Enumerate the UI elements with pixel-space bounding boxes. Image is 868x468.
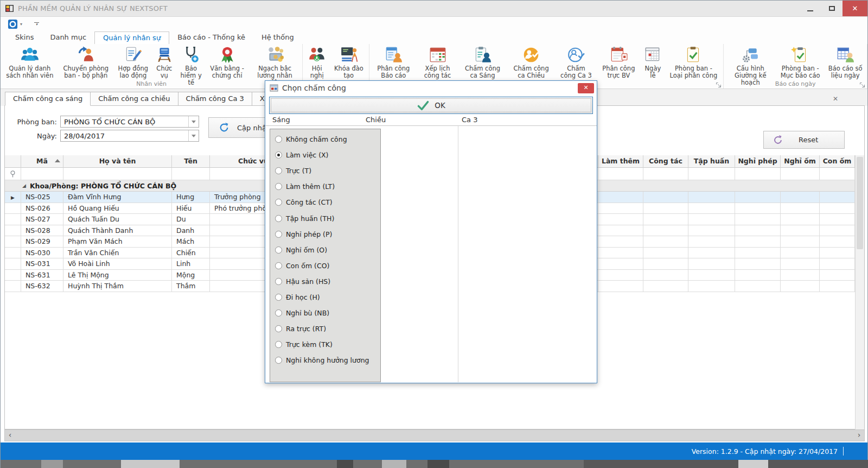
radio-option[interactable]: Công tác (CT): [275, 194, 380, 210]
table-cell[interactable]: NS-027: [21, 214, 63, 225]
ribbon-tab-5[interactable]: Hệ thống: [253, 31, 302, 44]
table-cell[interactable]: [735, 270, 781, 281]
radio-icon[interactable]: [275, 262, 282, 269]
grid-column-header[interactable]: Họ và tên: [63, 155, 172, 168]
table-cell[interactable]: [781, 270, 820, 281]
filter-cell[interactable]: [820, 168, 855, 180]
ribbon-button[interactable]: Báo cáo số liệu ngày: [825, 45, 866, 79]
radio-icon[interactable]: [275, 151, 282, 159]
radio-option[interactable]: Đi học (H): [275, 289, 380, 305]
table-cell[interactable]: [688, 192, 735, 203]
filter-row-pin-icon[interactable]: [5, 168, 21, 180]
table-cell[interactable]: Linh: [172, 258, 210, 270]
table-cell[interactable]: [643, 270, 688, 281]
table-cell[interactable]: Lê Thị Mộng: [63, 270, 172, 281]
table-cell[interactable]: [781, 192, 820, 203]
grid-column-header[interactable]: Tập huấn: [688, 155, 735, 168]
group-dialog-launcher-icon[interactable]: [859, 81, 865, 87]
radio-option[interactable]: Nghỉ ốm (O): [275, 242, 380, 258]
table-cell[interactable]: NS-029: [21, 236, 63, 248]
radio-option[interactable]: Ra trực (RT): [275, 321, 380, 337]
ribbon-button[interactable]: Phòng ban - Loại phân công: [665, 45, 722, 79]
grid-column-header[interactable]: Tên: [172, 155, 210, 168]
table-cell[interactable]: NS-632: [21, 281, 63, 292]
group-expand-icon[interactable]: ◢: [22, 183, 26, 188]
table-cell[interactable]: Mộng: [172, 270, 210, 281]
table-cell[interactable]: [781, 214, 820, 225]
radio-icon[interactable]: [275, 246, 282, 254]
phong-ban-dropdown-icon[interactable]: [188, 116, 199, 127]
radio-option[interactable]: Nghỉ không hưởng lương: [275, 352, 380, 368]
table-cell[interactable]: [820, 258, 855, 270]
filter-cell[interactable]: [598, 168, 643, 180]
table-cell[interactable]: [688, 203, 735, 214]
table-cell[interactable]: [735, 258, 781, 270]
filter-cell[interactable]: [643, 168, 688, 180]
doc-tab-1[interactable]: Chấm công ca sáng: [5, 92, 91, 106]
table-cell[interactable]: Hưng: [172, 192, 210, 203]
radio-icon[interactable]: [275, 183, 282, 190]
table-cell[interactable]: [735, 281, 781, 292]
table-cell[interactable]: Huỳnh Thị Thắm: [63, 281, 172, 292]
table-cell[interactable]: [820, 270, 855, 281]
ribbon-tab-2[interactable]: Danh mục: [42, 31, 94, 44]
table-cell[interactable]: NS-028: [21, 225, 63, 237]
table-cell[interactable]: Trần Văn Chiến: [63, 248, 172, 259]
table-cell[interactable]: [598, 248, 643, 259]
maximize-button[interactable]: [821, 1, 843, 16]
ngay-dropdown-icon[interactable]: [188, 130, 199, 141]
radio-icon[interactable]: [275, 325, 282, 332]
row-indicator[interactable]: [5, 214, 21, 225]
ribbon-button[interactable]: Chuyển phòng ban - bộ phận: [58, 45, 114, 79]
radio-icon[interactable]: [275, 341, 282, 348]
table-cell[interactable]: [688, 214, 735, 225]
radio-option[interactable]: Nghỉ bù (NB): [275, 305, 380, 321]
radio-option[interactable]: Không chấm công: [275, 131, 380, 147]
scroll-left-icon[interactable]: ‹: [5, 430, 15, 441]
table-cell[interactable]: [643, 236, 688, 248]
table-cell[interactable]: [820, 248, 855, 259]
table-cell[interactable]: [781, 248, 820, 259]
row-indicator[interactable]: ▶: [5, 192, 21, 203]
radio-icon[interactable]: [275, 167, 282, 174]
grid-vertical-scrollbar[interactable]: [855, 155, 864, 429]
ribbon-button[interactable]: Chấm công Ca 3: [556, 45, 597, 79]
ngay-combo[interactable]: 28/04/2017: [60, 130, 199, 142]
row-indicator[interactable]: [5, 248, 21, 259]
close-button[interactable]: ✕: [843, 1, 867, 16]
table-cell[interactable]: [643, 248, 688, 259]
grid-column-header[interactable]: Mã: [21, 155, 63, 168]
ribbon-button[interactable]: Phòng ban - Mục báo cáo: [776, 45, 825, 79]
table-cell[interactable]: [643, 203, 688, 214]
table-cell[interactable]: [781, 225, 820, 237]
row-indicator[interactable]: [5, 258, 21, 270]
phong-ban-combo[interactable]: PHÒNG TỔ CHỨC CÁN BỘ: [60, 116, 199, 128]
filter-cell[interactable]: [172, 168, 210, 180]
office-logo-icon[interactable]: [8, 19, 18, 29]
radio-option[interactable]: Con ốm (CO): [275, 258, 380, 274]
table-cell[interactable]: [598, 281, 643, 292]
radio-icon[interactable]: [275, 231, 282, 238]
radio-icon[interactable]: [275, 309, 282, 317]
row-indicator[interactable]: [5, 281, 21, 292]
table-cell[interactable]: [598, 236, 643, 248]
table-cell[interactable]: [688, 225, 735, 237]
table-cell[interactable]: [781, 258, 820, 270]
ribbon-button[interactable]: Hội nghị: [304, 45, 329, 79]
table-cell[interactable]: [688, 270, 735, 281]
table-cell[interactable]: Mách: [172, 236, 210, 248]
table-cell[interactable]: Danh: [172, 225, 210, 237]
table-cell[interactable]: Chiến: [172, 248, 210, 259]
table-cell[interactable]: [598, 270, 643, 281]
table-cell[interactable]: [820, 203, 855, 214]
table-cell[interactable]: Quách Thành Danh: [63, 225, 172, 237]
grid-column-header[interactable]: Làm thêm: [598, 155, 643, 168]
doc-tab-2[interactable]: Chấm công ca chiều: [91, 92, 178, 106]
table-cell[interactable]: [598, 192, 643, 203]
customize-qat-icon[interactable]: ▾: [34, 22, 39, 26]
row-indicator[interactable]: [5, 203, 21, 214]
radio-option[interactable]: Trực kèm (TK): [275, 337, 380, 352]
table-cell[interactable]: [598, 225, 643, 237]
office-menu-caret-icon[interactable]: ▾: [20, 22, 22, 27]
ribbon-button[interactable]: Văn bằng - chứng chỉ: [206, 45, 248, 79]
